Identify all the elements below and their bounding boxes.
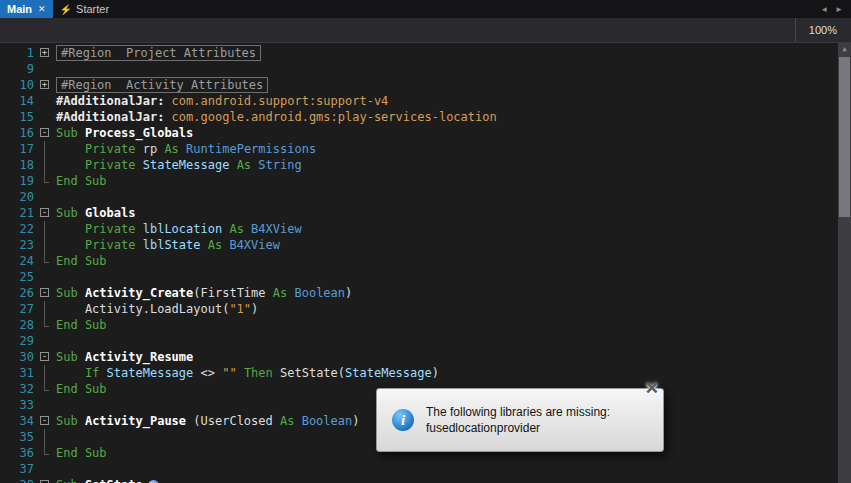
code-text [51,397,56,413]
tab-scroll-right-icon[interactable]: ► [835,5,843,14]
code-line[interactable]: 29 [0,333,838,349]
fold-gutter [39,317,51,333]
line-number: 15 [0,109,34,125]
fold-gutter [39,173,51,189]
code-line[interactable]: 26-Sub Activity_Create(FirstTime As Bool… [0,285,838,301]
code-line[interactable]: 1+#Region Project Attributes [0,45,838,61]
line-number: 29 [0,333,34,349]
fold-expand-icon[interactable]: + [39,45,51,61]
fold-gutter [39,301,51,317]
fold-collapse-icon[interactable]: - [39,477,51,483]
collapsed-region[interactable]: #Region Project Attributes [56,45,261,61]
code-text: End Sub [51,173,107,189]
code-text [51,461,56,477]
tab-close-icon[interactable]: ✕ [38,4,46,14]
vertical-scrollbar[interactable]: ▲ [838,43,851,483]
minus-box-icon[interactable]: - [40,416,49,425]
code-line[interactable]: 24End Sub [0,253,838,269]
line-number: 23 [0,237,34,253]
minus-box-icon[interactable]: - [40,208,49,217]
code-line[interactable]: 21-Sub Globals [0,205,838,221]
code-line[interactable]: 25 [0,269,838,285]
code-line[interactable]: 38-Sub SetState [0,477,838,483]
code-line[interactable]: 22 Private lblLocation As B4XView [0,221,838,237]
code-line[interactable]: 27 Activity.LoadLayout("1") [0,301,838,317]
tab-main[interactable]: Main ✕ [0,0,53,18]
tab-scroll-controls: ◄ ► [820,0,851,18]
fold-gutter [39,445,51,461]
code-line[interactable]: 18 Private StateMessage As String [0,157,838,173]
minus-box-icon[interactable]: - [40,288,49,297]
code-text: Private lblLocation As B4XView [51,221,302,237]
fold-expand-icon[interactable]: + [39,77,51,93]
plus-box-icon[interactable]: + [40,48,49,57]
line-number: 33 [0,397,34,413]
fold-collapse-icon[interactable]: - [39,285,51,301]
popup-close-icon[interactable]: ✕ [645,378,659,399]
tab-scroll-left-icon[interactable]: ◄ [820,5,828,14]
zoom-dropdown[interactable]: 100% [795,18,851,42]
code-text: End Sub [51,253,107,269]
fold-gutter [39,237,51,253]
fold-collapse-icon[interactable]: - [39,205,51,221]
line-number: 1 [0,45,34,61]
line-number: 10 [0,77,34,93]
plus-box-icon[interactable]: + [40,80,49,89]
tab-main-label: Main [7,3,32,15]
code-line[interactable]: 15#AdditionalJar: com.google.android.gms… [0,109,838,125]
line-number: 21 [0,205,34,221]
fold-gutter [39,397,51,413]
line-number: 16 [0,125,34,141]
fold-collapse-icon[interactable]: - [39,413,51,429]
fold-gutter [39,333,51,349]
starter-icon: ⚡ [60,4,72,15]
code-line[interactable]: 14#AdditionalJar: com.android.support:su… [0,93,838,109]
code-text: Sub Process_Globals [51,125,193,141]
line-number: 37 [0,461,34,477]
code-text: Sub SetState [51,477,159,483]
code-text [51,189,56,205]
code-line[interactable]: 30-Sub Activity_Resume [0,349,838,365]
fold-collapse-icon[interactable]: - [39,349,51,365]
code-text: #Region Activity Attributes [51,77,268,93]
fold-gutter [39,221,51,237]
line-number: 36 [0,445,34,461]
scroll-up-icon[interactable]: ▲ [838,43,851,55]
code-text: End Sub [51,381,107,397]
code-line[interactable]: 10+#Region Activity Attributes [0,77,838,93]
scrollbar-thumb[interactable] [839,57,850,217]
code-line[interactable]: 19End Sub [0,173,838,189]
code-line[interactable]: 23 Private lblState As B4XView [0,237,838,253]
info-icon-glyph: i [401,412,405,429]
code-line[interactable]: 17 Private rp As RuntimePermissions [0,141,838,157]
line-number: 14 [0,93,34,109]
code-line[interactable]: 31 If StateMessage <> "" Then SetState(S… [0,365,838,381]
code-line[interactable]: 16-Sub Process_Globals [0,125,838,141]
code-text: If StateMessage <> "" Then SetState(Stat… [51,365,439,381]
fold-gutter [39,269,51,285]
code-line[interactable]: 28End Sub [0,317,838,333]
fold-gutter [39,365,51,381]
code-line[interactable]: 9 [0,61,838,77]
fold-gutter [39,157,51,173]
missing-libraries-popup: i The following libraries are missing: f… [376,388,664,452]
code-text [51,269,56,285]
minus-box-icon[interactable]: - [40,352,49,361]
line-number: 34 [0,413,34,429]
line-number: 20 [0,189,34,205]
minus-box-icon[interactable]: - [40,128,49,137]
line-number: 35 [0,429,34,445]
code-text [51,61,56,77]
fold-collapse-icon[interactable]: - [39,125,51,141]
code-line[interactable]: 37 [0,461,838,477]
tab-starter[interactable]: ⚡ Starter [53,0,117,18]
code-text: Private lblState As B4XView [51,237,280,253]
fold-gutter [39,109,51,125]
line-number: 28 [0,317,34,333]
code-text: End Sub [51,317,107,333]
code-line[interactable]: 20 [0,189,838,205]
collapsed-region[interactable]: #Region Activity Attributes [56,77,268,93]
code-text: Sub Activity_Create(FirstTime As Boolean… [51,285,352,301]
fold-gutter [39,253,51,269]
popup-message-line1: The following libraries are missing: [426,404,610,420]
